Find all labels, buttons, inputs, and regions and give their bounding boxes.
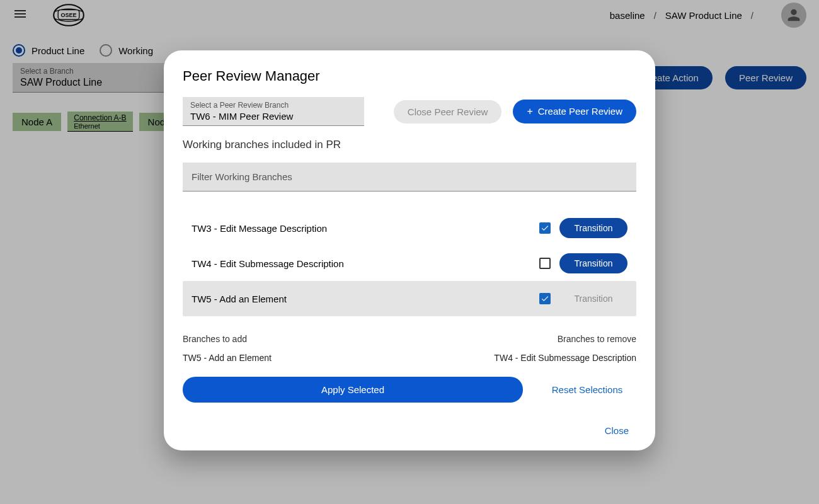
reset-selections-link[interactable]: Reset Selections <box>538 384 636 395</box>
branch-name: TW3 - Edit Message Description <box>192 223 530 234</box>
summary-remove-value: TW4 - Edit Submessage Description <box>494 353 636 363</box>
branch-checkbox[interactable] <box>539 222 551 234</box>
branch-row: TW3 - Edit Message DescriptionTransition <box>183 210 636 246</box>
branch-checkbox[interactable] <box>539 293 551 304</box>
pr-branch-selector[interactable]: Select a Peer Review Branch TW6 - MIM Pe… <box>183 97 364 126</box>
pr-branch-value: TW6 - MIM Peer Review <box>190 110 357 123</box>
close-dialog-link[interactable]: Close <box>605 425 629 436</box>
check-icon <box>541 224 549 232</box>
summary-add-label: Branches to add <box>183 334 247 344</box>
branch-list: TW3 - Edit Message DescriptionTransition… <box>183 210 636 316</box>
branches-section-label: Working branches included in PR <box>183 139 636 151</box>
filter-branches-input[interactable] <box>183 163 636 192</box>
branch-name: TW4 - Edit Submessage Description <box>192 258 530 269</box>
branch-checkbox[interactable] <box>539 258 551 269</box>
plus-icon: + <box>527 106 532 117</box>
transition-button: Transition <box>559 289 627 309</box>
summary-remove-label: Branches to remove <box>558 334 636 344</box>
transition-button[interactable]: Transition <box>559 218 627 238</box>
branch-name: TW5 - Add an Element <box>192 294 530 304</box>
branch-row: TW4 - Edit Submessage DescriptionTransit… <box>183 246 636 281</box>
transition-button[interactable]: Transition <box>559 253 627 273</box>
check-icon <box>541 294 549 303</box>
dialog-title: Peer Review Manager <box>183 68 636 84</box>
apply-selected-button[interactable]: Apply Selected <box>183 377 523 403</box>
summary-add-value: TW5 - Add an Element <box>183 353 272 363</box>
close-pr-button[interactable]: Close Peer Review <box>394 100 502 123</box>
branch-row: TW5 - Add an ElementTransition <box>183 281 636 316</box>
create-pr-button[interactable]: +Create Peer Review <box>513 100 636 123</box>
create-pr-label: Create Peer Review <box>538 106 622 117</box>
peer-review-dialog: Peer Review Manager Select a Peer Review… <box>164 50 655 450</box>
pr-branch-label: Select a Peer Review Branch <box>190 101 357 110</box>
